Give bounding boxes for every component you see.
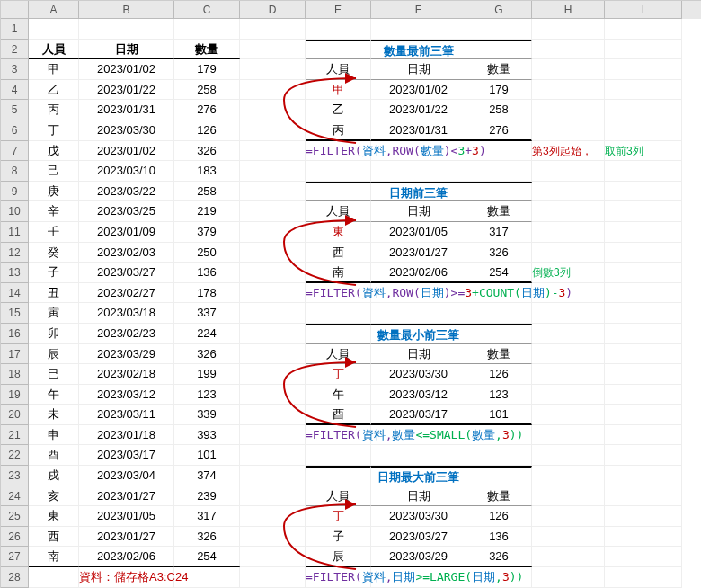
cell[interactable] (605, 486, 682, 507)
cell[interactable] (240, 100, 306, 120)
cell[interactable] (240, 40, 306, 60)
cell[interactable] (240, 527, 306, 548)
cell[interactable] (371, 425, 466, 446)
cell[interactable] (532, 19, 605, 40)
cell[interactable]: 126 (174, 120, 240, 141)
cell[interactable] (306, 303, 371, 324)
cell[interactable]: 2023/01/31 (371, 120, 466, 141)
cell[interactable]: 258 (466, 100, 532, 120)
cell[interactable] (532, 182, 605, 202)
cell[interactable]: 239 (174, 486, 240, 507)
cell[interactable] (605, 80, 682, 101)
cell[interactable] (605, 222, 682, 243)
cell[interactable] (605, 567, 682, 588)
cell[interactable]: 辛 (29, 201, 79, 222)
cell[interactable] (532, 100, 605, 120)
cell[interactable]: 224 (174, 324, 240, 344)
cell[interactable]: 250 (174, 243, 240, 263)
cell[interactable]: 326 (174, 141, 240, 162)
cell[interactable]: 取前3列 (605, 141, 682, 162)
cell[interactable]: 南 (306, 263, 371, 283)
col-header[interactable]: G (466, 1, 532, 19)
cell[interactable] (466, 324, 532, 344)
row-header[interactable]: 26 (1, 527, 29, 548)
row-header[interactable]: 1 (1, 19, 29, 40)
cell[interactable] (306, 182, 371, 202)
section-title[interactable]: 數量最前三筆 (371, 40, 466, 60)
row-header[interactable]: 3 (1, 59, 29, 80)
cell[interactable] (605, 263, 682, 283)
cell[interactable]: 2023/03/10 (79, 161, 174, 182)
cell[interactable] (466, 141, 532, 162)
cell[interactable]: 南 (29, 547, 79, 567)
cell[interactable] (532, 527, 605, 548)
cell[interactable]: 午 (29, 385, 79, 405)
cell[interactable] (605, 547, 682, 567)
cell[interactable]: 2023/03/11 (79, 405, 174, 425)
cell[interactable]: 326 (466, 243, 532, 263)
formula-cell[interactable]: =FILTER(資料,日期>=LARGE(日期,3)) (306, 567, 371, 588)
cell[interactable] (240, 201, 306, 222)
cell[interactable] (466, 303, 532, 324)
cell[interactable]: 丑 (29, 283, 79, 304)
formula-cell[interactable]: =FILTER(資料,ROW(數量)<3+3) (306, 141, 371, 162)
cell[interactable]: 子 (306, 527, 371, 548)
cell[interactable] (605, 201, 682, 222)
cell[interactable] (605, 527, 682, 548)
cell[interactable] (306, 445, 371, 466)
cell[interactable]: 123 (174, 385, 240, 405)
section-title[interactable]: 日期前三筆 (371, 182, 466, 202)
cell[interactable] (466, 567, 532, 588)
cell[interactable] (240, 445, 306, 466)
cell[interactable] (240, 344, 306, 365)
cell[interactable] (532, 547, 605, 567)
cell[interactable]: 254 (466, 263, 532, 283)
cell[interactable]: 126 (466, 506, 532, 527)
cell[interactable] (532, 40, 605, 60)
col-header[interactable]: B (79, 1, 174, 19)
cell[interactable]: 317 (174, 506, 240, 527)
cell[interactable]: 數量 (466, 344, 532, 365)
cell[interactable]: 2023/01/31 (79, 100, 174, 120)
cell[interactable] (466, 161, 532, 182)
cell[interactable]: 第3列起始， (532, 141, 605, 162)
row-header[interactable]: 10 (1, 201, 29, 222)
cell[interactable] (466, 445, 532, 466)
cell[interactable] (532, 425, 605, 446)
cell[interactable]: 2023/02/23 (79, 324, 174, 344)
section-title[interactable]: 日期最大前三筆 (371, 466, 466, 486)
cell[interactable]: 2023/01/22 (79, 80, 174, 101)
row-header[interactable]: 27 (1, 547, 29, 567)
cell[interactable] (605, 506, 682, 527)
cell[interactable] (532, 385, 605, 405)
cell[interactable]: 數量 (466, 486, 532, 507)
row-header[interactable]: 22 (1, 445, 29, 466)
cell[interactable]: 2023/01/18 (79, 425, 174, 446)
cell[interactable]: 2023/01/02 (371, 80, 466, 101)
cell[interactable] (532, 201, 605, 222)
cell[interactable] (466, 425, 532, 446)
cell[interactable] (240, 283, 306, 304)
cell[interactable] (240, 324, 306, 344)
row-header[interactable]: 20 (1, 405, 29, 425)
cell[interactable]: 人員 (306, 486, 371, 507)
cell[interactable]: 199 (174, 364, 240, 385)
cell[interactable]: 乙 (29, 80, 79, 101)
cell[interactable]: 2023/01/27 (79, 527, 174, 548)
cell[interactable] (240, 19, 306, 40)
cell[interactable] (532, 466, 605, 486)
cell[interactable]: 人員 (306, 344, 371, 365)
cell[interactable] (240, 425, 306, 446)
cell[interactable] (466, 40, 532, 60)
cell[interactable] (240, 263, 306, 283)
cell[interactable]: 乙 (306, 100, 371, 120)
cell[interactable] (371, 141, 466, 162)
cell[interactable] (79, 19, 174, 40)
row-header[interactable]: 9 (1, 182, 29, 202)
cell[interactable]: 101 (466, 405, 532, 425)
cell[interactable] (240, 80, 306, 101)
cell[interactable]: 317 (466, 222, 532, 243)
row-header[interactable]: 17 (1, 344, 29, 365)
cell[interactable] (306, 161, 371, 182)
cell[interactable] (371, 303, 466, 324)
